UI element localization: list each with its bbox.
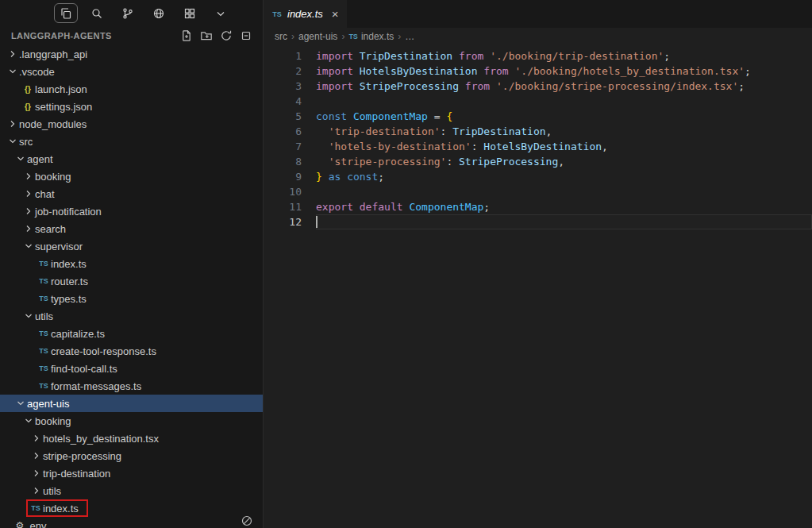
tree-item-create-tool-response.ts[interactable]: TScreate-tool-response.ts (0, 342, 263, 360)
new-folder-button[interactable] (198, 27, 215, 44)
tree-item-hotels_by_destination.tsx[interactable]: hotels_by_destination.tsx (0, 430, 263, 447)
tree-item-label: .vscode (19, 66, 55, 78)
activity-extensions-button[interactable] (178, 3, 202, 23)
code-token: ComponentMap (353, 110, 428, 122)
tree-item-router.ts[interactable]: TSrouter.ts (0, 272, 263, 290)
activity-explorer-button[interactable] (54, 3, 78, 23)
extensions-icon (183, 7, 196, 20)
code-token: : (471, 141, 484, 152)
breadcrumb-label: agent-uis (298, 31, 337, 42)
code-token: from (465, 80, 490, 92)
tree-item-booking[interactable]: booking (0, 412, 263, 430)
typescript-file-icon: TS (37, 382, 51, 390)
collapse-all-button[interactable] (237, 27, 255, 44)
tree-item-search[interactable]: search (0, 220, 263, 237)
breadcrumb-separator: › (291, 31, 294, 42)
tree-item-booking[interactable]: booking (0, 168, 263, 185)
tree-item-label: find-tool-call.ts (51, 363, 117, 375)
tree-item-.env[interactable]: ⚙.env (0, 517, 263, 528)
tree-item-agent-uis[interactable]: agent-uis (0, 395, 263, 412)
code-token: HotelsByDestination (353, 65, 483, 77)
code-line-12[interactable]: 12 (264, 214, 812, 229)
line-content: 'hotels-by-destination': HotelsByDestina… (316, 139, 812, 154)
explorer-section-header[interactable]: LANGGRAPH-AGENTS (0, 26, 263, 45)
tree-item-settings.json[interactable]: {}settings.json (0, 98, 263, 115)
line-number: 4 (264, 94, 302, 109)
tree-item-trip-destination[interactable]: trip-destination (0, 464, 263, 482)
tree-item-chat[interactable]: chat (0, 185, 263, 202)
code-line-9[interactable]: 9} as const; (264, 169, 812, 184)
code-token: : (441, 125, 453, 137)
activity-source-control-button[interactable] (116, 3, 140, 23)
refresh-button[interactable] (217, 27, 235, 44)
breadcrumb-label: index.ts (361, 31, 394, 42)
code-line-2[interactable]: 2import HotelsByDestination from './book… (264, 64, 812, 79)
tree-item-index.ts[interactable]: TSindex.ts (0, 499, 263, 517)
tree-item-.vscode[interactable]: .vscode (0, 63, 263, 80)
tree-item-index.ts[interactable]: TSindex.ts (0, 255, 263, 272)
breadcrumb-item-src[interactable]: src (275, 31, 287, 42)
chevron-right-icon (30, 484, 43, 497)
tab-index-ts[interactable]: TS index.ts × (264, 0, 347, 28)
line-content (316, 94, 812, 109)
tree-item-agent[interactable]: agent (0, 150, 263, 168)
tree-item-.langgraph_api[interactable]: .langgraph_api (0, 45, 263, 63)
chevron-down-icon (6, 135, 19, 148)
breadcrumb-item-index.ts[interactable]: TSindex.ts (348, 31, 394, 42)
vscode-window: LANGGRAPH-AGENTS .langgraph_api.vscode{}… (0, 0, 812, 528)
code-line-6[interactable]: 6 'trip-destination': TripDestination, (264, 124, 812, 139)
tab-close-icon[interactable]: × (332, 8, 339, 20)
tree-item-label: search (35, 223, 66, 235)
code-token (347, 110, 353, 122)
code-line-7[interactable]: 7 'hotels-by-destination': HotelsByDesti… (264, 139, 812, 154)
tree-item-label: utils (35, 310, 53, 322)
activity-remote-button[interactable] (147, 3, 171, 23)
tree-item-supervisor[interactable]: supervisor (0, 237, 263, 255)
code-token: , (602, 141, 608, 152)
code-line-5[interactable]: 5const ComponentMap = { (264, 109, 812, 124)
breadcrumb: src›agent-uis›TSindex.ts›… (264, 28, 812, 45)
tree-item-label: agent (27, 153, 53, 165)
file-tree: .langgraph_api.vscode{}launch.json{}sett… (0, 45, 263, 528)
breadcrumb-item--[interactable]: … (405, 31, 414, 42)
code-editor[interactable]: 1import TripDestination from './booking/… (264, 45, 812, 528)
typescript-file-icon: TS (37, 260, 51, 268)
breadcrumb-item-agent-uis[interactable]: agent-uis (298, 31, 337, 42)
tree-item-stripe-processing[interactable]: stripe-processing (0, 447, 263, 464)
code-line-3[interactable]: 3import StripeProcessing from './booking… (264, 79, 812, 94)
chevron-right-icon (22, 205, 35, 218)
tab-label: index.ts (287, 8, 323, 20)
activity-more-button[interactable] (209, 3, 233, 23)
typescript-file-icon: TS (348, 33, 358, 40)
tree-item-format-messages.ts[interactable]: TSformat-messages.ts (0, 377, 263, 395)
code-token: : (446, 156, 459, 168)
tree-item-src[interactable]: src (0, 133, 263, 150)
explorer-actions (178, 27, 255, 44)
line-number: 12 (264, 214, 302, 229)
tree-item-utils[interactable]: utils (0, 482, 263, 499)
tree-item-launch.json[interactable]: {}launch.json (0, 80, 263, 98)
line-content: export default ComponentMap; (316, 199, 812, 214)
code-line-10[interactable]: 10 (264, 184, 812, 199)
tree-item-capitalize.ts[interactable]: TScapitalize.ts (0, 325, 263, 342)
code-line-4[interactable]: 4 (264, 94, 812, 109)
tree-item-find-tool-call.ts[interactable]: TSfind-tool-call.ts (0, 360, 263, 377)
new-file-button[interactable] (178, 27, 195, 44)
chevron-right-icon (30, 467, 43, 480)
text-cursor (316, 216, 317, 228)
tree-item-utils[interactable]: utils (0, 307, 263, 325)
activity-search-button[interactable] (85, 3, 109, 23)
tree-item-label: supervisor (35, 241, 83, 252)
tree-item-label: settings.json (35, 101, 92, 113)
tree-item-label: trip-destination (43, 468, 110, 480)
chevron-down-icon (14, 152, 27, 165)
tree-item-node_modules[interactable]: node_modules (0, 115, 263, 133)
code-line-8[interactable]: 8 'stripe-processing': StripeProcessing, (264, 154, 812, 169)
code-line-1[interactable]: 1import TripDestination from './booking/… (264, 48, 812, 64)
line-number: 10 (264, 184, 302, 199)
tree-item-job-notification[interactable]: job-notification (0, 202, 263, 220)
code-line-11[interactable]: 11export default ComponentMap; (264, 199, 812, 214)
chevron-down-icon (22, 414, 35, 427)
line-number: 11 (264, 199, 302, 214)
tree-item-types.ts[interactable]: TStypes.ts (0, 290, 263, 307)
